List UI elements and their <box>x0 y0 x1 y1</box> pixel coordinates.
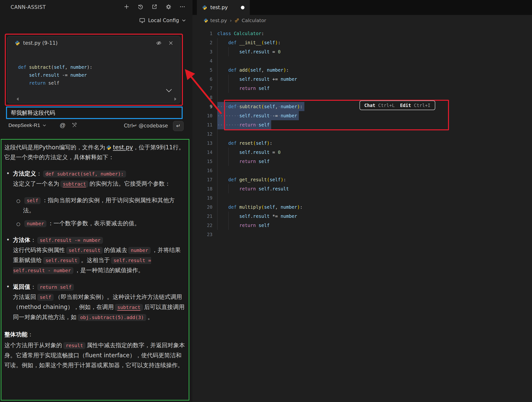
scroll-right-arrow[interactable] <box>174 97 176 101</box>
tools-button[interactable] <box>71 122 77 129</box>
snippet-header: test.py (9-11) <box>7 36 180 49</box>
line-number[interactable]: 4 <box>192 56 212 65</box>
bullet-marker: • <box>6 235 10 245</box>
line-number[interactable]: 10 <box>192 111 212 120</box>
line-number[interactable]: 13 <box>192 138 212 148</box>
breadcrumb-file[interactable]: test.py <box>204 18 227 23</box>
editor-code-line[interactable]: 23 <box>192 230 532 239</box>
line-number[interactable]: 17 <box>192 175 212 184</box>
editor-code-line[interactable]: 6 self.result += number <box>192 75 532 84</box>
editor-code-line[interactable]: 7 return self <box>192 84 532 93</box>
bold-text: 方法定义 <box>13 170 36 177</box>
inline-code: def subtract(self, number): <box>43 170 126 177</box>
line-number[interactable]: 18 <box>192 184 212 193</box>
editor-code-line[interactable]: 11········return·self <box>192 120 532 129</box>
response-paragraph: 整体功能： <box>4 330 185 339</box>
breadcrumb-symbol[interactable]: Calculator <box>235 18 266 23</box>
editor-code-line[interactable]: 19 <box>192 193 532 202</box>
breadcrumb-symbol-label: Calculator <box>242 18 266 23</box>
line-number[interactable]: 20 <box>192 202 212 212</box>
bold-text: 返回值 <box>13 283 30 290</box>
line-number[interactable]: 3 <box>192 47 212 56</box>
editor-code-line[interactable]: 2 def __init__(self): <box>192 38 532 47</box>
editor-code-line[interactable]: 3 self.result = 0 <box>192 47 532 56</box>
response-paragraph: 这段代码是用Python编写的，文件名为test.py，位于第9到11行。它是一… <box>4 143 185 162</box>
chevron-down-icon <box>43 124 46 126</box>
line-number[interactable]: 19 <box>192 193 212 202</box>
line-number[interactable]: 8 <box>192 93 212 102</box>
snippet-code-line: def subtract(self, number): <box>18 63 180 71</box>
inline-code: obj.subtract(5).add(3) <box>78 314 146 321</box>
mention-button[interactable]: @ <box>60 122 65 129</box>
line-number[interactable]: 14 <box>192 148 212 157</box>
tab-test-py[interactable]: test.py <box>197 0 250 15</box>
history-button[interactable] <box>137 3 144 10</box>
breadcrumb-file-label: test.py <box>210 18 227 23</box>
editor-code-line[interactable]: 18 return self.result <box>192 184 532 193</box>
editor-code-line[interactable]: 10········self.result·-=·number <box>192 111 532 120</box>
chat-action-button[interactable]: Chat Ctrl+L <box>364 103 395 108</box>
snippet-actions <box>156 40 174 46</box>
editor-code-line[interactable]: 14 self.result = 0 <box>192 148 532 157</box>
editor-tab-bar: test.py <box>192 0 532 15</box>
editor-code-line[interactable]: 4 <box>192 56 532 65</box>
line-number[interactable]: 9 <box>192 102 212 111</box>
line-number[interactable]: 22 <box>192 221 212 230</box>
line-number[interactable]: 21 <box>192 212 212 221</box>
response-bullet: •返回值：return self方法返回self（即当前对象实例）。这种设计允许… <box>4 282 185 322</box>
code-symbol-link[interactable]: subtract <box>60 181 88 188</box>
unsaved-changes-dot[interactable] <box>241 6 244 9</box>
ellipsis-icon <box>179 4 186 10</box>
editor-code-line[interactable]: 12 <box>192 129 532 138</box>
bold-text: 整体功能 <box>4 331 27 338</box>
prompt-input[interactable] <box>6 107 183 119</box>
editor-code-line[interactable]: 1class Calculator: <box>192 29 532 38</box>
bullet-marker: ○ <box>16 219 20 229</box>
line-number[interactable]: 15 <box>192 157 212 166</box>
code-symbol-link[interactable]: subtract <box>115 304 143 311</box>
line-number[interactable]: 16 <box>192 166 212 175</box>
more-actions-button[interactable] <box>179 3 186 10</box>
python-icon <box>15 40 20 46</box>
send-button[interactable]: ↵ <box>173 121 184 131</box>
send-shortcut-hint: Ctrl↵ @codebase <box>124 123 168 129</box>
hide-snippet-button[interactable] <box>156 40 162 46</box>
editor-code-line[interactable]: 17 def get_result(self): <box>192 175 532 184</box>
line-number[interactable]: 1 <box>192 29 212 38</box>
inline-chat-actions: Chat Ctrl+L Edit Ctrl+I <box>359 100 435 110</box>
line-number[interactable]: 5 <box>192 65 212 75</box>
editor-code-line[interactable]: 13 def reset(self): <box>192 138 532 148</box>
editor-code-line[interactable]: 22 return self <box>192 221 532 230</box>
line-number[interactable]: 6 <box>192 75 212 84</box>
response-content: 这段代码是用Python编写的，文件名为test.py，位于第9到11行。它是一… <box>4 143 185 370</box>
open-external-button[interactable] <box>151 3 158 10</box>
line-number[interactable]: 12 <box>192 129 212 138</box>
inline-code: self.result <box>66 247 103 254</box>
inline-code: number <box>24 220 46 227</box>
remove-snippet-button[interactable] <box>168 40 174 46</box>
file-link[interactable]: test.py <box>105 144 133 151</box>
editor-code-line[interactable]: 20 def multiply(self, number): <box>192 202 532 212</box>
editor-code-line[interactable]: 21 self.result *= number <box>192 212 532 221</box>
line-number[interactable]: 11 <box>192 120 212 129</box>
bullet-marker: • <box>6 169 10 179</box>
inline-code: self.result = self.result - number <box>13 257 151 274</box>
line-number[interactable]: 23 <box>192 230 212 239</box>
line-number[interactable]: 7 <box>192 84 212 93</box>
line-number[interactable]: 2 <box>192 38 212 47</box>
editor-code-line[interactable]: 15 return self <box>192 157 532 166</box>
scroll-left-arrow[interactable] <box>17 97 19 101</box>
model-selector[interactable]: DeepSeek-R1 <box>8 122 46 128</box>
config-selector[interactable]: Local Config <box>139 17 186 24</box>
response-bullet: •方法体：self.result -= number这行代码将实例属性self.… <box>4 235 185 276</box>
expand-snippet-button[interactable] <box>165 88 173 94</box>
new-chat-button[interactable] <box>123 3 130 10</box>
settings-button[interactable] <box>165 3 172 10</box>
editor-code-line[interactable]: 5 def add(self, number): <box>192 65 532 75</box>
monitor-icon <box>139 17 145 24</box>
breadcrumb-separator: › <box>229 18 232 23</box>
code-area[interactable]: 1class Calculator:2 def __init__(self):3… <box>192 26 532 239</box>
snippet-file-label: test.py (9-11) <box>23 40 58 46</box>
editor-code-line[interactable]: 16 <box>192 166 532 175</box>
edit-action-button[interactable]: Edit Ctrl+I <box>400 103 430 108</box>
